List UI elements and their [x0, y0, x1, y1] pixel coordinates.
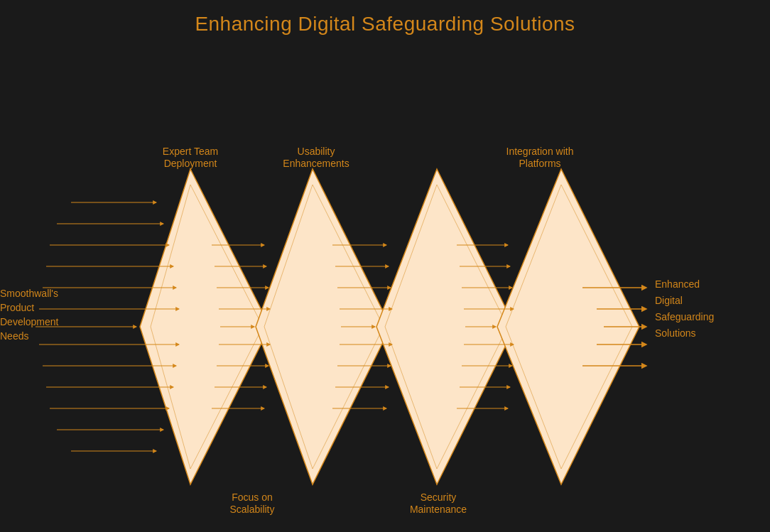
diagram-svg: Expert Team Deployment Usability Enhance…	[0, 43, 770, 532]
label-left-line4: Needs	[0, 330, 28, 342]
label-top-3: Integration with	[506, 146, 574, 157]
svg-text:Maintenance: Maintenance	[410, 504, 467, 515]
label-right-line2: Digital	[655, 295, 683, 306]
svg-text:Deployment: Deployment	[164, 158, 217, 169]
label-right-line1: Enhanced	[655, 278, 700, 290]
page-title: Enhancing Digital Safeguarding Solutions	[195, 13, 575, 36]
svg-text:Enhancements: Enhancements	[283, 158, 349, 169]
svg-text:Scalability: Scalability	[229, 504, 274, 515]
label-top-1: Expert Team	[163, 146, 218, 157]
label-left-line3: Development	[0, 316, 59, 327]
label-right-line3: Safeguarding	[655, 311, 714, 322]
label-bottom-1: Focus on	[232, 492, 273, 503]
label-right-line4: Solutions	[655, 327, 696, 339]
diagram-area: Expert Team Deployment Usability Enhance…	[0, 43, 770, 526]
label-left-line2: Product	[0, 302, 34, 313]
label-top-2: Usability	[298, 146, 335, 157]
svg-text:Platforms: Platforms	[519, 158, 560, 169]
page-container: Enhancing Digital Safeguarding Solutions	[0, 0, 770, 532]
label-bottom-2: Security	[421, 492, 457, 503]
label-left-line1: Smoothwall's	[0, 288, 58, 299]
